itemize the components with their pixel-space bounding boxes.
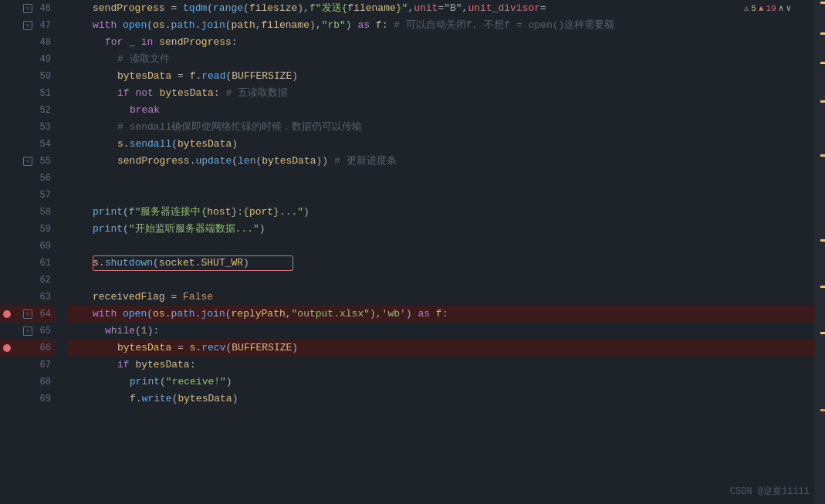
token-attr: path — [171, 17, 194, 34]
token-plain: ( — [135, 323, 141, 340]
token-plain: ) — [259, 221, 265, 238]
line-number: 60 — [22, 238, 56, 255]
token-str: "开始监听服务器端数据..." — [129, 221, 259, 238]
token-plain: ) — [292, 340, 298, 357]
code-line: print("receive!") — [68, 374, 814, 391]
gutter-line — [0, 119, 22, 136]
gutter-line — [0, 102, 22, 119]
token-var: f — [376, 17, 382, 34]
chevron-up-icon[interactable]: ∧ — [779, 0, 784, 17]
token-plain: ) — [232, 391, 238, 408]
scroll-marker-9 — [820, 409, 825, 411]
token-fn: update — [195, 153, 232, 170]
token-kw: in — [141, 34, 154, 51]
code-line: break — [68, 102, 814, 119]
token-plain: . — [123, 136, 130, 153]
token-var: bytesData — [262, 153, 316, 170]
token-plain: ( — [147, 17, 153, 34]
line-number: 48 — [22, 34, 56, 51]
token-plain: : — [232, 34, 238, 51]
token-plain: = — [165, 289, 183, 306]
token-plain: . — [165, 306, 171, 323]
token-fn: print — [93, 204, 123, 221]
line-number: 49 — [22, 51, 56, 68]
token-fn: len — [238, 153, 255, 170]
code-line: # sendall确保即使网络忙碌的时候，数据仍可以传输 — [68, 119, 814, 136]
token-fn: print — [130, 374, 160, 391]
token-fn: join — [201, 17, 225, 34]
code-line: while(1): — [68, 323, 814, 340]
token-var: bytesData — [178, 391, 232, 408]
token-param: unit_divisor — [468, 0, 540, 17]
line-number: 56 — [22, 170, 56, 187]
token-var: bytesData — [117, 340, 171, 357]
token-fn: print — [93, 221, 123, 238]
token-kw: as — [357, 17, 370, 34]
token-var: bytesData — [117, 68, 171, 85]
code-line: receivedFlag = False — [68, 289, 814, 306]
fold-icon[interactable]: ▽ — [23, 310, 32, 319]
token-fn: join — [201, 306, 225, 323]
token-plain: . — [195, 340, 201, 357]
token-plain: = — [171, 68, 189, 85]
token-comment: # 更新进度条 — [328, 153, 396, 170]
token-var: bytesData — [160, 85, 214, 102]
token-kw: with — [93, 17, 123, 34]
token-plain — [370, 17, 376, 34]
token-plain: . — [195, 255, 201, 272]
gutter-line — [0, 170, 22, 187]
token-kw: if — [117, 85, 135, 102]
line-number: 53 — [22, 119, 56, 136]
scroll-marker-8 — [820, 332, 825, 334]
token-fstr: }:{ — [231, 204, 249, 221]
chevron-down-icon[interactable]: ∨ — [786, 0, 791, 17]
gutter-line — [0, 68, 22, 85]
breakpoint-gutter — [0, 0, 22, 504]
fold-icon[interactable]: ▽ — [23, 326, 32, 336]
token-comment: # sendall确保即使网络忙碌的时候，数据仍可以传输 — [117, 119, 362, 136]
gutter-line — [0, 85, 22, 102]
token-kw: with — [93, 306, 123, 323]
token-str: "rb" — [322, 17, 346, 34]
code-line: bytesData = f.read(BUFFERSIZE) — [68, 68, 814, 85]
token-plain: : — [214, 85, 220, 102]
token-fstr-brace: port — [249, 204, 273, 221]
gutter-line — [0, 204, 22, 221]
token-plain: ), — [370, 306, 382, 323]
token-str: "output.xlsx" — [292, 306, 370, 323]
scroll-marker-2 — [820, 32, 825, 35]
fold-icon[interactable]: ▽ — [23, 4, 32, 13]
token-kw: while — [105, 323, 135, 340]
token-plain: ): — [147, 323, 160, 340]
token-var: BUFFERSIZE — [232, 68, 292, 85]
token-var: f — [130, 391, 136, 408]
code-line: s.shutdown(socket.SHUT_WR) — [68, 255, 814, 272]
token-plain: ( — [172, 391, 178, 408]
line-number: 62 — [22, 272, 56, 289]
token-plain: _ — [123, 34, 140, 51]
token-plain: . — [190, 153, 196, 170]
token-plain: . — [195, 68, 201, 85]
token-fstr: f — [129, 204, 135, 221]
fold-icon[interactable]: ▽ — [23, 157, 32, 166]
token-var: s — [190, 340, 196, 357]
scrollbar[interactable] — [814, 0, 825, 504]
token-fstr: f — [309, 0, 316, 17]
code-line: for _ in sendProgress: — [68, 34, 814, 51]
token-fn: sendall — [130, 136, 172, 153]
token-var: s — [117, 136, 123, 153]
token-plain: ( — [153, 255, 159, 272]
token-plain: ) — [292, 68, 298, 85]
fold-icon[interactable]: ▽ — [23, 21, 32, 30]
line-number: ▽46 — [22, 0, 56, 17]
token-plain — [153, 34, 159, 51]
code-line: with open(os.path.join(replyPath,"output… — [68, 306, 814, 323]
token-plain: ( — [160, 374, 166, 391]
line-number: 58 — [22, 204, 56, 221]
code-line: print("开始监听服务器端数据...") — [68, 221, 814, 238]
token-var: socket — [159, 255, 195, 272]
token-var: receivedFlag — [93, 289, 165, 306]
gutter-line — [0, 51, 22, 68]
code-line — [68, 238, 814, 255]
token-var: os — [153, 17, 165, 34]
